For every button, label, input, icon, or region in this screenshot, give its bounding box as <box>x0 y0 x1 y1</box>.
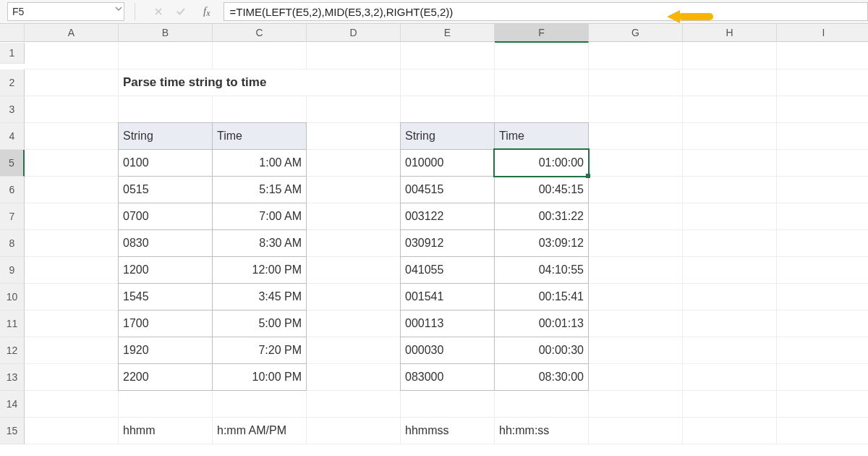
cell-I15[interactable] <box>777 418 868 444</box>
cell-B5[interactable]: 0100 <box>118 149 213 177</box>
cell-E10[interactable]: 001541 <box>400 283 495 311</box>
column-header-F[interactable]: F <box>495 24 589 43</box>
cell-I2[interactable] <box>777 69 868 96</box>
cell-D11[interactable] <box>307 311 401 337</box>
cell-F12[interactable]: 00:00:30 <box>494 337 589 364</box>
cell-H6[interactable] <box>683 177 777 203</box>
cell-B6[interactable]: 0515 <box>118 176 213 203</box>
cell-D14[interactable] <box>307 391 401 418</box>
cell-G1[interactable] <box>589 43 683 69</box>
cell-D10[interactable] <box>307 284 401 311</box>
cell-I6[interactable] <box>777 177 868 203</box>
cell-H4[interactable] <box>683 123 777 150</box>
cell-D6[interactable] <box>307 177 401 203</box>
cell-D12[interactable] <box>307 337 401 364</box>
cell-C3[interactable] <box>213 96 307 123</box>
cell-F8[interactable]: 03:09:12 <box>494 229 589 257</box>
cell-I9[interactable] <box>777 257 868 284</box>
cell-D4[interactable] <box>307 123 401 150</box>
cell-A3[interactable] <box>25 96 119 123</box>
cell-F6[interactable]: 00:45:15 <box>494 176 589 203</box>
row-header-9[interactable]: 9 <box>0 257 25 284</box>
row-header-13[interactable]: 13 <box>0 364 25 391</box>
cell-I1[interactable] <box>777 43 868 69</box>
cell-D15[interactable] <box>307 418 401 444</box>
cell-H15[interactable] <box>683 418 777 444</box>
formula-input[interactable]: =TIME(LEFT(E5,2),MID(E5,3,2),RIGHT(E5,2)… <box>224 2 869 21</box>
column-header-D[interactable]: D <box>307 24 401 42</box>
cell-B15[interactable]: hhmm <box>119 418 213 444</box>
row-header-11[interactable]: 11 <box>0 311 25 337</box>
cell-E2[interactable] <box>401 69 495 96</box>
cell-E3[interactable] <box>401 96 495 123</box>
cell-C1[interactable] <box>213 43 307 69</box>
cell-E8[interactable]: 030912 <box>400 229 495 257</box>
cell-H12[interactable] <box>683 337 777 364</box>
cell-C9[interactable]: 12:00 PM <box>212 256 307 284</box>
cell-I4[interactable] <box>777 123 868 150</box>
cell-A11[interactable] <box>25 311 119 337</box>
cell-I11[interactable] <box>777 311 868 337</box>
cell-A4[interactable] <box>25 123 119 150</box>
cell-A2[interactable] <box>25 69 119 96</box>
spreadsheet-grid[interactable]: ABCDEFGHIJ12Parse time string to time34S… <box>0 24 868 444</box>
cell-B4[interactable]: String <box>118 122 213 150</box>
cell-G11[interactable] <box>589 311 683 337</box>
cell-A6[interactable] <box>25 177 119 203</box>
cell-F11[interactable]: 00:01:13 <box>494 310 589 337</box>
row-header-3[interactable]: 3 <box>0 96 25 123</box>
cell-F14[interactable] <box>495 391 589 418</box>
cell-I13[interactable] <box>777 364 868 391</box>
row-header-8[interactable]: 8 <box>0 230 25 257</box>
row-header-4[interactable]: 4 <box>0 123 25 150</box>
cell-E15[interactable]: hhmmss <box>401 418 495 444</box>
cell-H3[interactable] <box>683 96 777 123</box>
cell-H2[interactable] <box>683 69 777 96</box>
cell-C8[interactable]: 8:30 AM <box>212 229 307 257</box>
row-header-14[interactable]: 14 <box>0 391 25 418</box>
cell-I7[interactable] <box>777 203 868 230</box>
cell-B14[interactable] <box>119 391 213 418</box>
cell-C14[interactable] <box>213 391 307 418</box>
cell-B11[interactable]: 1700 <box>118 310 213 337</box>
cell-D7[interactable] <box>307 203 401 230</box>
cell-B2[interactable]: Parse time string to time <box>119 69 401 96</box>
cell-E6[interactable]: 004515 <box>400 176 495 203</box>
cell-F4[interactable]: Time <box>494 122 589 150</box>
cell-C10[interactable]: 3:45 PM <box>212 283 307 311</box>
cell-F13[interactable]: 08:30:00 <box>494 363 589 391</box>
cell-D3[interactable] <box>307 96 401 123</box>
cell-I5[interactable] <box>777 150 868 177</box>
cell-A10[interactable] <box>25 284 119 311</box>
column-header-C[interactable]: C <box>213 24 307 42</box>
cell-A12[interactable] <box>25 337 119 364</box>
cell-D8[interactable] <box>307 230 401 257</box>
cell-H5[interactable] <box>683 150 777 177</box>
column-header-H[interactable]: H <box>683 24 777 42</box>
cell-A13[interactable] <box>25 364 119 391</box>
cell-F3[interactable] <box>495 96 589 123</box>
cell-F2[interactable] <box>495 69 589 96</box>
cell-H9[interactable] <box>683 257 777 284</box>
cell-A1[interactable] <box>25 43 119 69</box>
cell-F9[interactable]: 04:10:55 <box>494 256 589 284</box>
cell-G6[interactable] <box>589 177 683 203</box>
cell-G4[interactable] <box>589 123 683 150</box>
cell-H7[interactable] <box>683 203 777 230</box>
fx-icon[interactable]: fx <box>203 5 210 19</box>
cell-H8[interactable] <box>683 230 777 257</box>
cell-I8[interactable] <box>777 230 868 257</box>
row-header-2[interactable]: 2 <box>0 69 25 96</box>
cell-B3[interactable] <box>119 96 213 123</box>
cell-A15[interactable] <box>25 418 119 444</box>
cell-B7[interactable]: 0700 <box>118 203 213 230</box>
cell-B9[interactable]: 1200 <box>118 256 213 284</box>
cell-I10[interactable] <box>777 284 868 311</box>
cell-F10[interactable]: 00:15:41 <box>494 283 589 311</box>
cell-G13[interactable] <box>589 364 683 391</box>
cell-A9[interactable] <box>25 257 119 284</box>
column-header-G[interactable]: G <box>589 24 683 42</box>
cell-G10[interactable] <box>589 284 683 311</box>
cell-F5[interactable]: 01:00:00 <box>494 149 589 177</box>
cell-A14[interactable] <box>25 391 119 418</box>
